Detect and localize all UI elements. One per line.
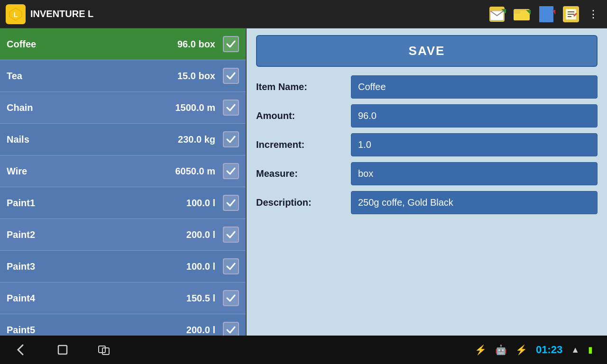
edit-icon[interactable]: [561, 4, 581, 25]
field-row: Description:250g coffe, Gold Black: [256, 191, 598, 214]
usb2-icon: ⚡: [515, 344, 527, 355]
list-item[interactable]: Paint3100.0 l: [0, 251, 246, 282]
measure-field-label: Measure:: [256, 168, 351, 179]
fields-container: Item Name:CoffeeAmount:96.0Increment:1.0…: [256, 75, 598, 220]
folder-icon[interactable]: [511, 4, 532, 25]
amount-field-label: Amount:: [256, 110, 351, 121]
item-checkbox[interactable]: [223, 36, 239, 52]
bookmark-icon[interactable]: [536, 4, 557, 25]
topbar: L INVENTURE L: [0, 0, 607, 28]
increment-field-label: Increment:: [256, 139, 351, 150]
increment-field[interactable]: 1.0: [351, 133, 598, 156]
item-checkbox[interactable]: [223, 322, 239, 336]
list-item[interactable]: Paint4150.5 l: [0, 282, 246, 314]
wifi-icon: ▲: [571, 345, 579, 355]
more-menu-icon[interactable]: ⋮: [585, 8, 601, 20]
list-item[interactable]: Tea15.0 box: [0, 60, 246, 92]
item-checkbox[interactable]: [223, 290, 239, 306]
item-checkbox[interactable]: [223, 227, 239, 243]
item-amount-label: 200.0 l: [186, 325, 215, 336]
list-item[interactable]: Chain1500.0 m: [0, 92, 246, 124]
topbar-actions: ⋮: [487, 4, 601, 25]
svg-rect-18: [58, 346, 67, 354]
status-bar: ⚡ 🤖 ⚡ 01:23 ▲ ▮: [475, 344, 593, 356]
item-amount-label: 15.0 box: [177, 71, 215, 82]
item-checkbox[interactable]: [223, 131, 239, 147]
item-checkbox[interactable]: [223, 195, 239, 211]
item-amount-label: 230.0 kg: [178, 134, 215, 145]
measure-field[interactable]: box: [351, 162, 598, 185]
item-amount-label: 200.0 l: [186, 229, 215, 240]
svg-rect-7: [514, 11, 520, 14]
amount-field[interactable]: 96.0: [351, 104, 598, 127]
item-amount-label: 100.0 l: [186, 198, 215, 209]
item-name-label: Paint2: [7, 229, 186, 240]
field-row: Item Name:Coffee: [256, 75, 598, 99]
usb-icon: ⚡: [475, 344, 487, 355]
item-amount-label: 100.0 l: [186, 261, 215, 272]
item-name-label: Coffee: [7, 39, 177, 50]
detail-panel: SAVE Item Name:CoffeeAmount:96.0Incremen…: [247, 28, 607, 336]
android-icon: 🤖: [495, 344, 507, 355]
item-name-label: Nails: [7, 134, 178, 145]
item-name-field-label: Item Name:: [256, 82, 351, 92]
home-button[interactable]: [56, 343, 69, 356]
description-field[interactable]: 250g coffe, Gold Black: [351, 191, 598, 214]
email-icon[interactable]: [487, 4, 507, 25]
time-display: 01:23: [536, 344, 562, 356]
main-content: Coffee96.0 boxTea15.0 boxChain1500.0 mNa…: [0, 28, 607, 336]
inventory-list: Coffee96.0 boxTea15.0 boxChain1500.0 mNa…: [0, 28, 247, 336]
back-button[interactable]: [14, 343, 28, 356]
svg-text:L: L: [14, 11, 18, 18]
recents-button[interactable]: [98, 343, 113, 356]
bottombar: ⚡ 🤖 ⚡ 01:23 ▲ ▮: [0, 336, 607, 364]
field-row: Measure:box: [256, 162, 598, 185]
item-checkbox[interactable]: [223, 258, 239, 274]
item-name-label: Paint4: [7, 293, 186, 304]
item-amount-label: 96.0 box: [177, 39, 215, 50]
list-item[interactable]: Paint5200.0 l: [0, 314, 246, 336]
app-logo: L: [6, 4, 26, 24]
list-item[interactable]: Paint2200.0 l: [0, 219, 246, 251]
save-button[interactable]: SAVE: [256, 35, 598, 67]
field-row: Amount:96.0: [256, 104, 598, 127]
list-item[interactable]: Nails230.0 kg: [0, 124, 246, 155]
list-item[interactable]: Coffee96.0 box: [0, 28, 246, 60]
item-name-label: Paint1: [7, 198, 186, 209]
list-item[interactable]: Wire6050.0 m: [0, 155, 246, 187]
item-checkbox[interactable]: [223, 100, 239, 116]
item-name-label: Paint5: [7, 325, 186, 336]
item-name-field[interactable]: Coffee: [351, 75, 598, 99]
item-name-label: Tea: [7, 71, 177, 82]
item-name-label: Paint3: [7, 261, 186, 272]
item-checkbox[interactable]: [223, 163, 239, 179]
item-name-label: Wire: [7, 166, 175, 177]
list-item[interactable]: Paint1100.0 l: [0, 187, 246, 219]
description-field-label: Description:: [256, 197, 351, 208]
item-amount-label: 1500.0 m: [175, 102, 215, 113]
field-row: Increment:1.0: [256, 133, 598, 156]
item-amount-label: 150.5 l: [186, 293, 215, 304]
item-amount-label: 6050.0 m: [175, 166, 215, 177]
item-checkbox[interactable]: [223, 68, 239, 84]
app-title: INVENTURE L: [30, 9, 487, 19]
item-name-label: Chain: [7, 102, 175, 113]
battery-icon: ▮: [588, 345, 593, 355]
